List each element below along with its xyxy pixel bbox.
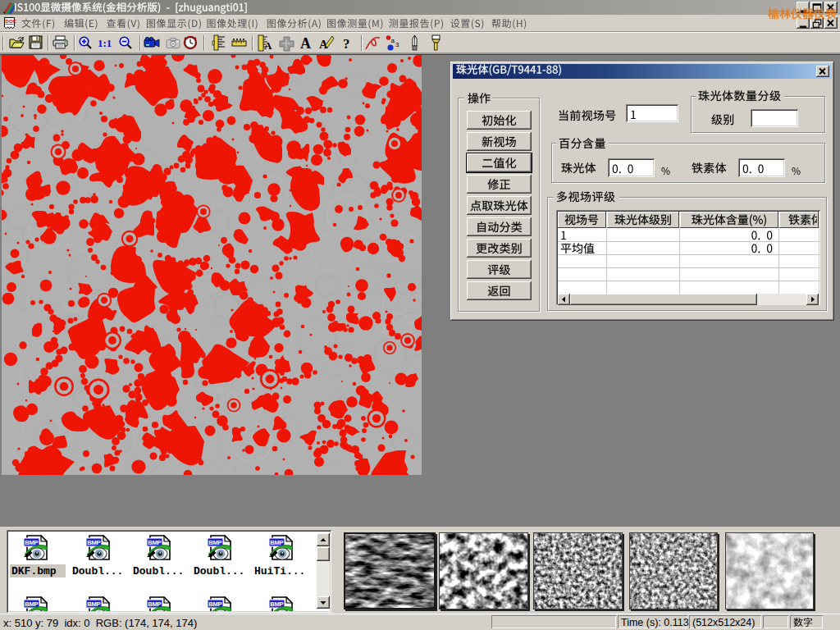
svg-text:?: ? (343, 36, 350, 52)
svg-text:1:1: 1:1 (98, 37, 112, 49)
svg-text:DOC: DOC (5, 18, 16, 24)
svg-text:a: a (391, 37, 395, 44)
svg-text:3: 3 (395, 41, 399, 48)
svg-text:A: A (300, 35, 311, 52)
svg-text:A: A (264, 39, 272, 52)
